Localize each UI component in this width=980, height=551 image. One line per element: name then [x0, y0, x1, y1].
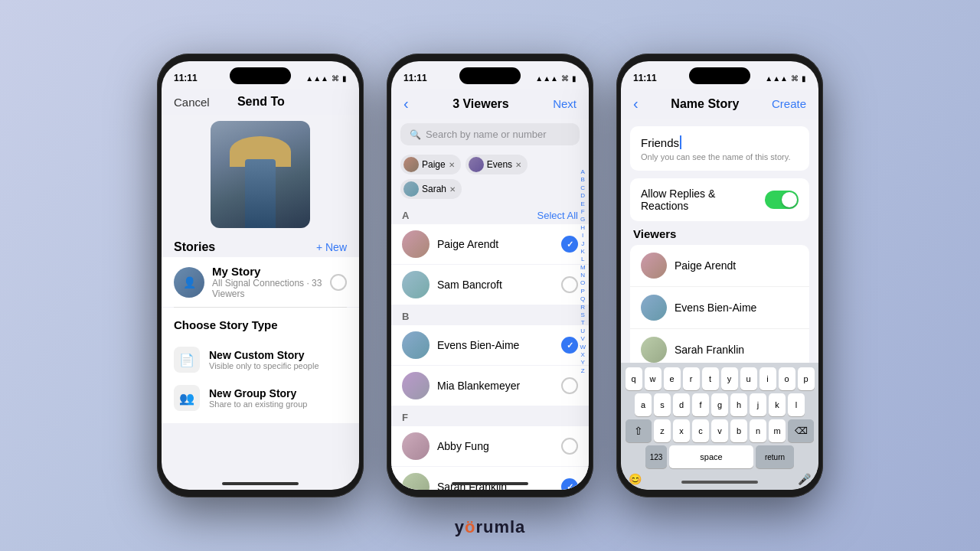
check-sarah-franklin[interactable]	[561, 478, 578, 490]
contact-abby[interactable]: Abby Fung	[391, 426, 589, 466]
kb-h[interactable]: h	[730, 393, 747, 416]
contact-name-sam-bancroft: Sam Bancroft	[437, 279, 554, 291]
my-story-row[interactable]: 👤 My Story All Signal Connections · 33 V…	[162, 257, 359, 307]
kb-return[interactable]: return	[756, 445, 794, 468]
chip-remove-paige[interactable]: ✕	[449, 161, 455, 169]
kb-l[interactable]: l	[788, 393, 805, 416]
viewer-avatar-paige	[641, 253, 667, 279]
chip-sarah[interactable]: Sarah ✕	[400, 179, 462, 199]
phone-3: 11:11 ▲▲▲ ⌘ ▮ ‹ Name Story Create Friend…	[616, 54, 823, 497]
keyboard: q w e r t y u i o p a s d f g h	[621, 363, 818, 490]
allow-replies-row[interactable]: Allow Replies & Reactions	[630, 178, 809, 221]
kb-delete[interactable]: ⌫	[788, 419, 814, 442]
kb-x[interactable]: x	[673, 419, 690, 442]
my-story-info: My Story All Signal Connections · 33 Vie…	[212, 265, 322, 299]
kb-d[interactable]: d	[673, 393, 690, 416]
my-story-name: My Story	[212, 265, 322, 278]
status-icons-2: ▲▲▲ ⌘ ▮	[535, 74, 577, 83]
wifi-icon-1: ⌘	[332, 74, 339, 83]
viewer-avatar-sarah	[641, 337, 667, 363]
check-evens[interactable]	[561, 337, 578, 354]
kb-num[interactable]: 123	[645, 445, 667, 468]
kb-t[interactable]: t	[702, 367, 719, 390]
kb-r[interactable]: r	[683, 367, 700, 390]
kb-o[interactable]: o	[779, 367, 795, 390]
dynamic-island-2	[459, 67, 521, 84]
stories-title: Stories	[174, 240, 215, 254]
avatar-evens	[402, 331, 430, 359]
search-bar[interactable]: 🔍 Search by name or number	[400, 123, 580, 145]
cancel-button[interactable]: Cancel	[174, 96, 210, 109]
status-icons-3: ▲▲▲ ⌘ ▮	[765, 74, 806, 83]
kb-j[interactable]: j	[750, 393, 766, 416]
check-abby[interactable]	[561, 438, 578, 455]
toggle-knob	[782, 192, 797, 207]
kb-m[interactable]: m	[769, 419, 786, 442]
search-icon-2: 🔍	[410, 129, 421, 140]
create-button[interactable]: Create	[772, 97, 806, 110]
viewer-avatar-evens	[641, 295, 667, 321]
name-input-area[interactable]: Friends Only you can see the name of thi…	[630, 126, 809, 171]
kb-emoji-button[interactable]: 😊	[629, 473, 642, 485]
check-mia[interactable]	[561, 377, 578, 394]
kb-g[interactable]: g	[711, 393, 728, 416]
kb-k[interactable]: k	[769, 393, 786, 416]
chip-evens[interactable]: Evens ✕	[466, 155, 528, 174]
kb-u[interactable]: u	[740, 367, 757, 390]
new-group-story-row[interactable]: 👥 New Group Story Share to an existing g…	[174, 379, 347, 417]
contact-evens[interactable]: Evens Bien-Aime	[391, 325, 589, 365]
name-input-value[interactable]: Friends	[641, 135, 799, 149]
check-paige-arendt[interactable]	[561, 236, 578, 253]
choose-story-title: Choose Story Type	[174, 318, 347, 331]
kb-p[interactable]: p	[798, 367, 815, 390]
next-button[interactable]: Next	[553, 97, 577, 110]
story-preview-image	[211, 121, 310, 228]
section-header-f: F	[391, 406, 589, 426]
kb-z[interactable]: z	[654, 419, 671, 442]
back-button-3[interactable]: ‹	[633, 95, 639, 112]
section-letter-b: B	[402, 311, 409, 322]
alphabet-sidebar[interactable]: A B C D E F G H I J K L M N O P Q R S T	[580, 168, 586, 375]
battery-icon-3: ▮	[802, 74, 806, 83]
my-story-radio[interactable]	[330, 274, 347, 291]
chip-paige[interactable]: Paige ✕	[400, 155, 461, 174]
kb-b[interactable]: b	[730, 419, 747, 442]
avatar-paige-arendt	[402, 230, 430, 258]
kb-i[interactable]: i	[760, 367, 776, 390]
back-button-2[interactable]: ‹	[403, 95, 409, 112]
kb-q[interactable]: q	[626, 367, 642, 390]
custom-story-icon: 📄	[174, 347, 200, 373]
chip-remove-sarah[interactable]: ✕	[449, 185, 456, 194]
allow-replies-toggle[interactable]	[765, 191, 799, 209]
kb-dictate-button[interactable]: 🎤	[798, 473, 811, 485]
chip-remove-evens[interactable]: ✕	[515, 161, 521, 169]
kb-space[interactable]: space	[669, 445, 753, 468]
my-story-sub: All Signal Connections · 33 Viewers	[212, 278, 322, 299]
group-story-name: New Group Story	[209, 387, 347, 399]
phones-container: 11:11 ▲▲▲ ⌘ ▮ Cancel Send To Storie	[157, 54, 823, 497]
kb-s[interactable]: s	[654, 393, 671, 416]
custom-story-name: New Custom Story	[209, 349, 347, 361]
contact-sam-bancroft[interactable]: Sam Bancroft	[391, 265, 589, 305]
contact-paige-arendt[interactable]: Paige Arendt	[391, 224, 589, 264]
avatar-abby	[402, 432, 430, 460]
contact-mia[interactable]: Mia Blankemeyer	[391, 366, 589, 406]
new-custom-story-row[interactable]: 📄 New Custom Story Visible only to speci…	[174, 341, 347, 379]
kb-y[interactable]: y	[721, 367, 738, 390]
new-story-button[interactable]: + New	[316, 241, 347, 253]
check-sam-bancroft[interactable]	[561, 276, 578, 293]
kb-v[interactable]: v	[711, 419, 728, 442]
contact-name-abby: Abby Fung	[437, 440, 554, 452]
kb-shift[interactable]: ⇧	[626, 419, 652, 442]
viewers-section: Viewers Paige Arendt Evens Bien-Aime Sar…	[630, 227, 809, 370]
contact-sarah-franklin[interactable]: Sarah Franklin	[391, 467, 589, 490]
kb-n[interactable]: n	[750, 419, 766, 442]
custom-story-info: New Custom Story Visible only to specifi…	[209, 349, 347, 370]
kb-e[interactable]: e	[664, 367, 681, 390]
kb-row-1: q w e r t y u i o p	[624, 367, 815, 390]
kb-f[interactable]: f	[692, 393, 709, 416]
kb-w[interactable]: w	[645, 367, 662, 390]
kb-a[interactable]: a	[635, 393, 652, 416]
kb-c[interactable]: c	[692, 419, 709, 442]
select-all-button[interactable]: Select All	[537, 210, 578, 221]
